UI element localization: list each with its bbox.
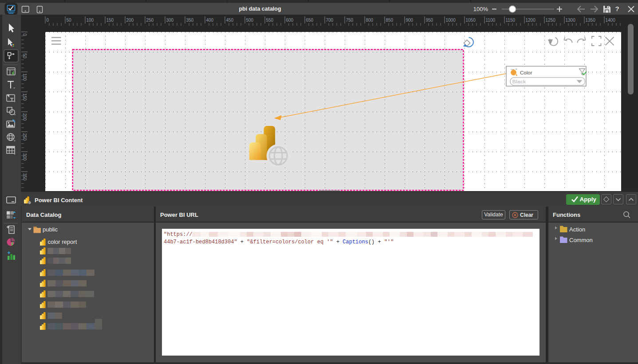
svg-text:250: 250 (146, 18, 154, 23)
svg-text:350: 350 (186, 18, 194, 23)
svg-text:500: 500 (246, 18, 254, 23)
svg-text:1400: 1400 (606, 18, 616, 23)
svg-text:200: 200 (126, 18, 134, 23)
svg-text:800: 800 (366, 18, 374, 23)
svg-text:950: 950 (426, 18, 433, 23)
svg-text:850: 850 (386, 18, 394, 23)
svg-text:1350: 1350 (586, 18, 596, 23)
svg-text:750: 750 (346, 18, 354, 23)
svg-text:550: 550 (266, 18, 274, 23)
svg-text:0: 0 (47, 18, 49, 23)
svg-text:1050: 1050 (466, 18, 476, 23)
svg-text:Color: Color (520, 70, 532, 75)
svg-text:1300: 1300 (566, 18, 576, 23)
svg-text:1100: 1100 (486, 18, 496, 23)
svg-text:450: 450 (226, 18, 234, 23)
svg-text:100: 100 (87, 18, 94, 23)
svg-text:1200: 1200 (526, 18, 536, 23)
svg-text:1000: 1000 (446, 18, 456, 23)
svg-text:1250: 1250 (546, 18, 556, 23)
svg-text:650: 650 (306, 18, 314, 23)
svg-text:900: 900 (406, 18, 414, 23)
svg-text:400: 400 (206, 18, 214, 23)
svg-text:700: 700 (326, 18, 334, 23)
svg-text:50: 50 (67, 18, 72, 23)
svg-text:1150: 1150 (506, 18, 516, 23)
svg-text:300: 300 (166, 18, 174, 23)
svg-text:150: 150 (106, 18, 114, 23)
svg-text:Black: Black (512, 79, 526, 84)
svg-text:600: 600 (286, 18, 294, 23)
